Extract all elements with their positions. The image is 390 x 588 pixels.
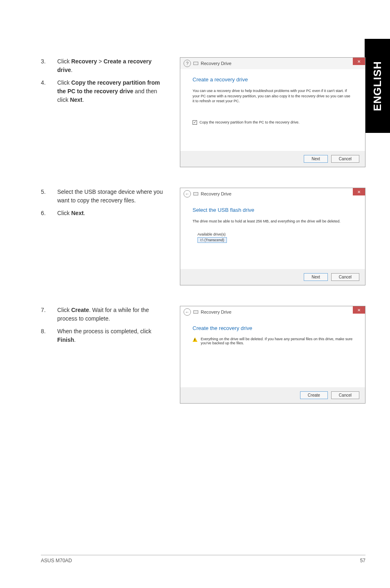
step-text: When the process is completed, click Fin… — [57, 327, 164, 344]
step-number: 7. — [41, 306, 57, 323]
close-icon: ✕ — [357, 308, 361, 312]
create-button[interactable]: Create — [300, 391, 328, 399]
dialog-titlebar: ← Recovery Drive ✕ — [180, 188, 365, 200]
dialog-heading: Create the recovery drive — [193, 325, 353, 331]
close-button[interactable]: ✕ — [353, 306, 365, 314]
warning-row: Everything on the drive will be deleted.… — [193, 337, 353, 345]
warning-text: Everything on the drive will be deleted.… — [201, 337, 353, 345]
step-text: Click Create. Wait for a while for the p… — [57, 306, 164, 323]
dialog-description: The drive must be able to hold at least … — [193, 219, 353, 224]
step-number: 6. — [41, 209, 57, 218]
warning-icon — [193, 337, 197, 342]
cancel-button[interactable]: Cancel — [331, 391, 359, 399]
dialog-title: Recovery Drive — [201, 191, 231, 196]
step-number: 3. — [41, 57, 57, 74]
instructions-3: 7. Click Create. Wait for a while for th… — [41, 306, 164, 348]
dialog-buttons: Next Cancel — [180, 151, 365, 167]
next-button[interactable]: Next — [304, 155, 328, 163]
step-number: 4. — [41, 79, 57, 104]
step-text: Select the USB storage device where you … — [57, 188, 164, 205]
footer-page-number: 57 — [360, 558, 365, 563]
step-4: 4. Click Copy the recovery partition fro… — [41, 79, 164, 104]
close-button[interactable]: ✕ — [353, 188, 365, 195]
step-7: 7. Click Create. Wait for a while for th… — [41, 306, 164, 323]
step-5: 5. Select the USB storage device where y… — [41, 188, 164, 205]
instruction-block-1: 3. Click Recovery > Create a recovery dr… — [41, 57, 365, 167]
close-button[interactable]: ✕ — [353, 58, 365, 65]
instructions-2: 5. Select the USB storage device where y… — [41, 188, 164, 222]
page-footer: ASUS M70AD 57 — [41, 555, 365, 563]
dialog-body: Create a recovery drive You can use a re… — [180, 69, 365, 151]
copy-partition-checkbox[interactable]: ✓ — [193, 120, 197, 125]
dialog-select-usb: ← Recovery Drive ✕ Select the USB flash … — [180, 188, 365, 285]
instruction-block-2: 5. Select the USB storage device where y… — [41, 188, 365, 285]
language-tab-label: ENGLISH — [371, 61, 384, 111]
step-text: Click Recovery > Create a recovery drive… — [57, 57, 164, 74]
back-button[interactable]: ← — [184, 190, 191, 197]
dialog-create-recovery: ? Recovery Drive ✕ Create a recovery dri… — [180, 57, 365, 167]
close-icon: ✕ — [357, 59, 361, 64]
dialog-create-drive: ← Recovery Drive ✕ Create the recovery d… — [180, 306, 365, 404]
dialog-body: Create the recovery drive Everything on … — [180, 318, 365, 387]
dialog-description: You can use a recovery drive to help tro… — [193, 88, 353, 104]
step-6: 6. Click Next. — [41, 209, 164, 218]
next-button[interactable]: Next — [304, 273, 328, 281]
language-tab: ENGLISH — [365, 39, 390, 133]
dialog-buttons: Next Cancel — [180, 269, 365, 285]
step-text: Click Copy the recovery partition from t… — [57, 79, 164, 104]
copy-partition-checkbox-row: ✓ Copy the recovery partition from the P… — [193, 120, 353, 125]
dialog-heading: Select the USB flash drive — [193, 207, 353, 213]
dialog-body: Select the USB flash drive The drive mus… — [180, 200, 365, 269]
cancel-button[interactable]: Cancel — [331, 155, 359, 163]
step-number: 8. — [41, 327, 57, 344]
dialog-titlebar: ← Recovery Drive ✕ — [180, 306, 365, 318]
step-number: 5. — [41, 188, 57, 205]
dialog-titlebar: ? Recovery Drive ✕ — [180, 58, 365, 69]
back-icon[interactable]: ? — [184, 60, 191, 67]
copy-partition-label: Copy the recovery partition from the PC … — [199, 120, 300, 124]
step-8: 8. When the process is completed, click … — [41, 327, 164, 344]
drive-icon — [193, 310, 198, 314]
drive-option[interactable]: I:\ (Transcend) — [197, 237, 227, 243]
page-content: 3. Click Recovery > Create a recovery dr… — [0, 0, 390, 404]
close-icon: ✕ — [357, 190, 361, 194]
footer-model: ASUS M70AD — [41, 558, 72, 563]
dialog-title: Recovery Drive — [201, 310, 231, 314]
step-text: Click Next. — [57, 209, 164, 218]
instruction-block-3: 7. Click Create. Wait for a while for th… — [41, 306, 365, 404]
available-drives-label: Available drive(s) — [197, 232, 353, 236]
cancel-button[interactable]: Cancel — [331, 273, 359, 281]
back-button[interactable]: ← — [184, 308, 191, 316]
dialog-heading: Create a recovery drive — [193, 76, 353, 83]
available-drives: Available drive(s) I:\ (Transcend) — [193, 232, 353, 243]
instructions-1: 3. Click Recovery > Create a recovery dr… — [41, 57, 164, 108]
drive-icon — [193, 192, 198, 195]
dialog-buttons: Create Cancel — [180, 387, 365, 403]
step-3: 3. Click Recovery > Create a recovery dr… — [41, 57, 164, 74]
drive-icon — [193, 62, 198, 65]
dialog-title: Recovery Drive — [201, 61, 231, 66]
